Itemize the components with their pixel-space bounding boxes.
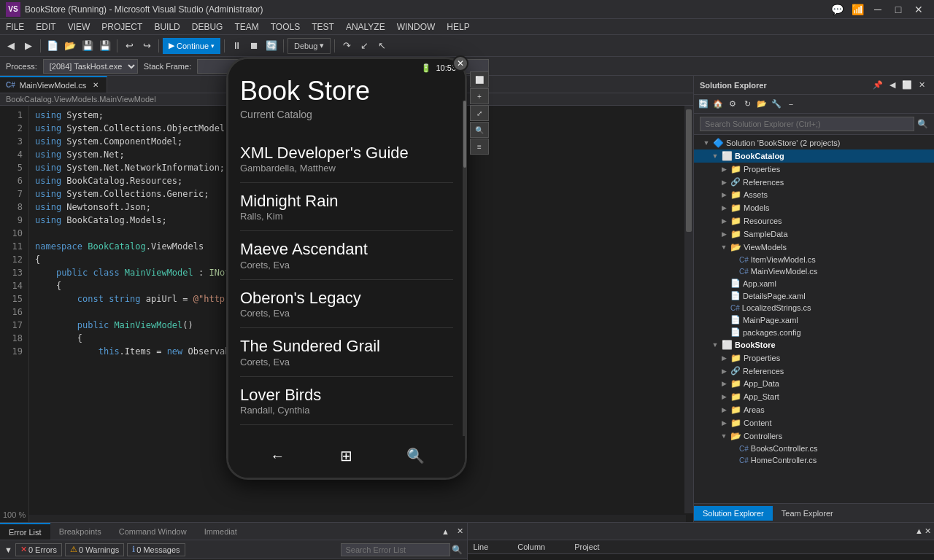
se-item-properties-1[interactable]: ▶ 📁 Properties	[694, 163, 934, 176]
continue-button[interactable]: ▶ Continue ▾	[163, 38, 220, 54]
pause-button[interactable]: ⏸	[228, 38, 244, 54]
se-close-icon[interactable]: ✕	[915, 79, 928, 92]
book-item-4[interactable]: The Sundered Grail Corets, Eva	[240, 328, 453, 376]
se-home-icon[interactable]: 🏠	[711, 98, 725, 111]
warnings-filter-btn[interactable]: ⚠ 0 Warnings	[65, 543, 124, 556]
step-out-button[interactable]: ↖	[374, 38, 390, 54]
se-expand-viewmodels[interactable]: ▼	[719, 243, 728, 252]
se-item-bs-areas[interactable]: ▶ 📁 Areas	[694, 403, 934, 416]
error-search-input[interactable]	[341, 543, 450, 556]
stop-button[interactable]: ⏹	[246, 38, 262, 54]
undo-button[interactable]: ↩	[121, 38, 137, 54]
phone-search-button[interactable]: 🔍	[401, 441, 431, 470]
errors-filter-btn[interactable]: ✕ 0 Errors	[15, 543, 62, 556]
forward-button[interactable]: ▶	[20, 38, 36, 54]
search-icon[interactable]: 🔍	[452, 545, 463, 555]
se-search-input[interactable]	[700, 117, 914, 131]
se-item-packagesconfig[interactable]: 📄 packages.config	[694, 326, 934, 338]
se-item-bookscontroller[interactable]: C# BooksController.cs	[694, 443, 934, 454]
se-props-icon[interactable]: 🔧	[770, 98, 783, 111]
menu-debug[interactable]: DEBUG	[186, 20, 229, 34]
filter-icon[interactable]: ▼	[4, 545, 12, 554]
se-item-bs-content[interactable]: ▶ 📁 Content	[694, 416, 934, 429]
se-item-bookcatalog[interactable]: ▼ ⬜ BookCatalog	[694, 149, 934, 163]
notification-icon[interactable]: 💬	[827, 1, 846, 18]
menu-window[interactable]: WINDOW	[391, 20, 441, 34]
menu-build[interactable]: BUILD	[148, 20, 185, 34]
phone-back-button[interactable]: ←	[263, 441, 292, 470]
se-solution-root[interactable]: ▼ 🔷 Solution 'BookStore' (2 projects)	[694, 136, 934, 149]
menu-team[interactable]: TEAM	[228, 20, 264, 34]
tab-close-button[interactable]: ✕	[90, 80, 101, 90]
process-select[interactable]: [2084] TaskHost.exe	[43, 59, 138, 74]
close-button[interactable]: ✕	[909, 1, 928, 18]
se-expand-bs-ref[interactable]: ▶	[719, 367, 728, 376]
menu-help[interactable]: HELP	[441, 20, 475, 34]
phone-side-btn-1[interactable]: ⬜	[470, 71, 489, 88]
antenna-icon[interactable]: 📶	[848, 1, 867, 18]
se-expand-bs-content[interactable]: ▶	[719, 419, 728, 427]
book-item-1[interactable]: Midnight Rain Ralls, Kim	[240, 183, 453, 231]
se-expand-bookstore[interactable]: ▼	[711, 341, 719, 349]
se-search-icon[interactable]: 🔍	[917, 119, 928, 129]
se-sync-icon[interactable]: 🔄	[697, 98, 710, 111]
restart-button[interactable]: 🔄	[263, 38, 279, 54]
se-expand-ref1[interactable]: ▶	[719, 178, 728, 187]
tab-immediate[interactable]: Immediat	[196, 523, 246, 540]
se-item-itemviewmodel[interactable]: C# ItemViewModel.cs	[694, 254, 934, 265]
save-button[interactable]: 💾	[80, 38, 96, 54]
menu-file[interactable]: FILE	[0, 20, 30, 34]
zoom-indicator[interactable]: 100 %	[3, 510, 26, 519]
tab-command-window[interactable]: Command Window	[110, 523, 196, 540]
step-into-button[interactable]: ↙	[356, 38, 372, 54]
panel-expand-icon[interactable]: ▲	[439, 525, 452, 538]
se-item-appxaml[interactable]: 📄 App.xaml	[694, 277, 934, 289]
output-expand-icon[interactable]: ▲	[915, 526, 923, 536]
phone-home-button[interactable]: ⊞	[332, 441, 361, 470]
se-expand-bookcatalog[interactable]: ▼	[711, 152, 719, 160]
phone-side-btn-4[interactable]: 🔍	[470, 122, 489, 138]
se-item-mainviewmodel[interactable]: C# MainViewModel.cs	[694, 265, 934, 277]
minimize-button[interactable]: ─	[868, 1, 887, 18]
tab-breakpoints[interactable]: Breakpoints	[50, 523, 110, 540]
tab-error-list[interactable]: Error List	[0, 523, 50, 540]
se-item-resources[interactable]: ▶ 📁 Resources	[694, 214, 934, 228]
menu-analyze[interactable]: ANALYZE	[340, 20, 391, 34]
step-over-button[interactable]: ↷	[339, 38, 355, 54]
back-button[interactable]: ◀	[3, 38, 19, 54]
open-file-button[interactable]: 📂	[62, 38, 78, 54]
debug-dropdown[interactable]: Debug ▾	[287, 38, 331, 54]
se-minus-icon[interactable]: −	[784, 98, 798, 111]
editor-tab-mainviewmodel[interactable]: C# MainViewModel.cs ✕	[0, 76, 107, 93]
se-expand-models[interactable]: ▶	[719, 203, 728, 212]
se-item-bs-appdata[interactable]: ▶ 📁 App_Data	[694, 377, 934, 390]
se-expand-sampledata[interactable]: ▶	[719, 230, 728, 238]
save-all-button[interactable]: 💾	[97, 38, 113, 54]
se-item-bs-properties[interactable]: ▶ 📁 Properties	[694, 351, 934, 365]
se-folder-icon[interactable]: 📂	[755, 98, 768, 111]
book-item-5[interactable]: Lover Birds Randall, Cynthia	[240, 377, 453, 425]
se-expand-bs-controllers[interactable]: ▼	[719, 432, 728, 440]
phone-close-button[interactable]: ✕	[452, 55, 468, 71]
book-item-3[interactable]: Oberon's Legacy Corets, Eva	[240, 280, 453, 328]
continue-dropdown-arrow[interactable]: ▾	[211, 42, 215, 50]
se-expand-bs-areas[interactable]: ▶	[719, 405, 728, 414]
se-expand-resources[interactable]: ▶	[719, 217, 728, 225]
messages-filter-btn[interactable]: ℹ 0 Messages	[127, 543, 185, 556]
se-item-detailspage[interactable]: 📄 DetailsPage.xaml	[694, 289, 934, 302]
se-arrow-icon[interactable]: ◀	[886, 79, 899, 92]
se-pin-icon[interactable]: 📌	[871, 79, 884, 92]
se-tab-team-explorer[interactable]: Team Explorer	[773, 506, 842, 521]
se-tab-solution-explorer[interactable]: Solution Explorer	[694, 506, 773, 521]
se-item-viewmodels[interactable]: ▼ 📂 ViewModels	[694, 241, 934, 254]
se-expand-assets[interactable]: ▶	[719, 190, 728, 199]
se-expand-icon[interactable]: ⬜	[900, 79, 914, 92]
menu-view[interactable]: VIEW	[62, 20, 96, 34]
se-item-mainpage[interactable]: 📄 MainPage.xaml	[694, 314, 934, 326]
menu-project[interactable]: PROJECT	[96, 20, 148, 34]
phone-side-btn-2[interactable]: +	[470, 88, 489, 104]
se-settings-icon[interactable]: ⚙	[726, 98, 739, 111]
se-item-references-1[interactable]: ▶ 🔗 References	[694, 176, 934, 188]
phone-side-btn-3[interactable]: ⤢	[470, 105, 489, 121]
menu-edit[interactable]: EDIT	[30, 20, 61, 34]
